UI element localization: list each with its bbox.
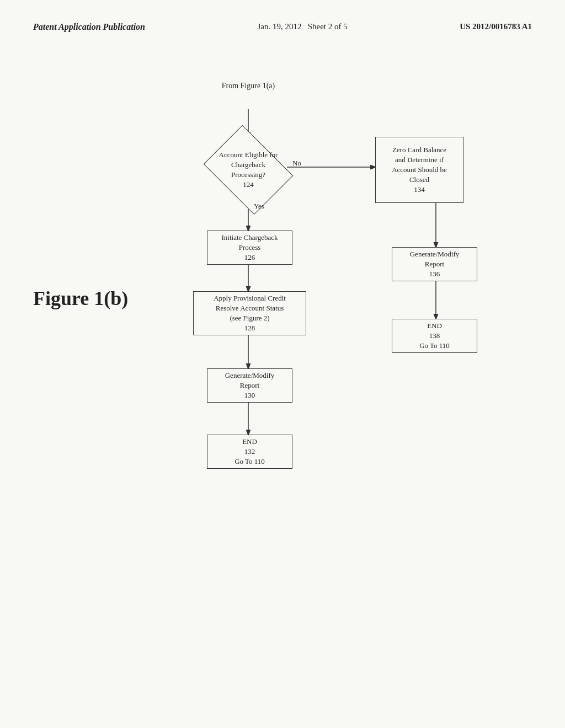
box-130-text: Generate/ModifyReport130 <box>225 371 275 401</box>
box-134: Zero Card Balanceand Determine ifAccount… <box>375 137 463 203</box>
box-132-text: END132Go To 110 <box>234 437 265 467</box>
no-label: No <box>292 159 301 168</box>
box-126-text: Initiate ChargebackProcess126 <box>222 233 278 263</box>
header-date-sheet: Jan. 19, 2012 Sheet 2 of 5 <box>257 22 347 31</box>
box-132: END132Go To 110 <box>207 435 292 469</box>
header: Patent Application Publication Jan. 19, … <box>33 22 532 32</box>
decision-diamond: Account Eligible forChargebackProcessing… <box>199 137 298 203</box>
box-138: END138Go To 110 <box>392 319 477 353</box>
box-128: Apply Provisional CreditResolve Account … <box>193 291 306 335</box>
box-128-text: Apply Provisional CreditResolve Account … <box>214 293 286 334</box>
header-publication: Patent Application Publication <box>33 22 145 32</box>
box-126: Initiate ChargebackProcess126 <box>207 231 292 265</box>
box-138-text: END138Go To 110 <box>419 321 450 351</box>
from-label: From Figure 1(a) <box>204 82 292 90</box>
diagram-area: From Figure 1(a) Account Eligible forCha… <box>33 76 532 683</box>
box-136-text: Generate/ModifyReport136 <box>410 249 460 280</box>
decision-text: Account Eligible forChargebackProcessing… <box>215 150 281 190</box>
header-patent-number: US 2012/0016783 A1 <box>460 22 532 31</box>
box-134-text: Zero Card Balanceand Determine ifAccount… <box>392 145 447 195</box>
box-130: Generate/ModifyReport130 <box>207 368 292 403</box>
page: Patent Application Publication Jan. 19, … <box>0 0 565 728</box>
box-136: Generate/ModifyReport136 <box>392 247 477 281</box>
yes-label: Yes <box>254 202 264 211</box>
